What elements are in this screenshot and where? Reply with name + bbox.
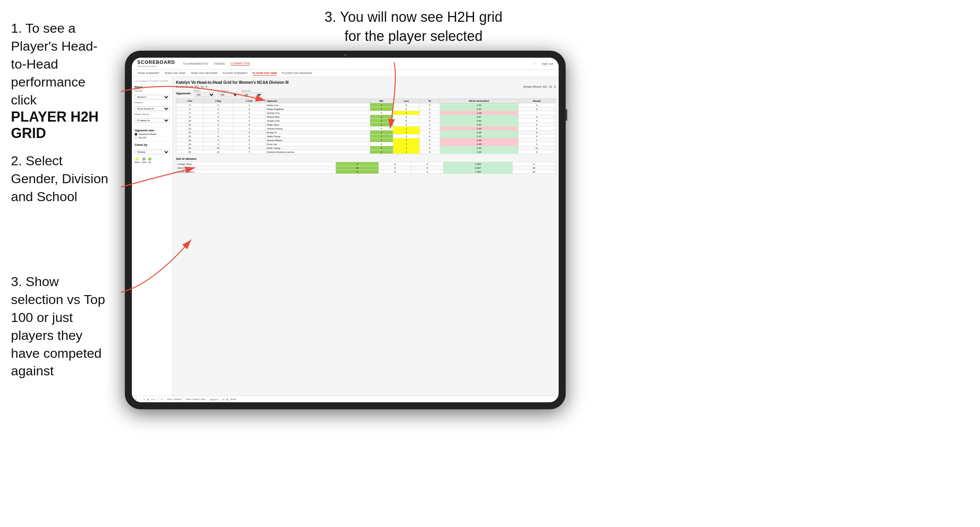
table-row: 3 1 1 Esther Lee 1 0 0 1.50 4 xyxy=(176,103,556,107)
toolbar-grid[interactable]: ⊞ xyxy=(147,398,149,401)
player-rank-select[interactable]: 8. Katelyn Vo xyxy=(135,118,170,123)
step1-text: 1. To see a Player's Head-to-Head perfor… xyxy=(11,21,98,107)
opponents-label: Opponents: xyxy=(176,92,191,95)
tablet-device: SCOREBOARD Powered by clippd TOURNAMENTS… xyxy=(125,51,566,409)
subnav-team-h2h-grid[interactable]: TEAM H2H GRID xyxy=(164,71,186,76)
grid-title: Katelyn Vo Head-to-Head Grid for Women's… xyxy=(176,80,556,85)
table-row: 14 7 4 Eunice Yi 2 2 0 0.38 9 xyxy=(176,131,556,134)
division-record: Division Record: 331 - 34 - 6 xyxy=(524,85,556,88)
table-row: 5 2 2 Alexis Sudjianto 1 0 0 4.00 3 xyxy=(176,107,556,111)
ood-table-row: NAIA Division 1 15 0 0 9.267 30 xyxy=(176,166,556,170)
table-row: 18 2 2 Euna Lee 0 1 0 -5.00 2 xyxy=(176,142,556,146)
colour-by-select[interactable]: Win/loss xyxy=(135,150,170,154)
division-select[interactable]: NCAA Division III xyxy=(135,106,170,111)
table-row: 6 3 3 Sydney Kuo 0 1 0 -1.00 xyxy=(176,111,556,115)
subnav-team-h2h-heatmap[interactable]: TEAM H2H HEATMAP xyxy=(190,71,218,76)
conference-filter[interactable]: (All) xyxy=(217,92,239,97)
watch-btn[interactable]: Watch ▾ xyxy=(209,398,218,401)
toolbar-undo[interactable]: ↩ xyxy=(135,398,137,401)
bottom-toolbar: ↩ ← ↪ ⊞ ↩↪ ◌ ⊙ View: Original Save Custo… xyxy=(132,396,559,402)
logo-text: SCOREBOARD xyxy=(137,60,175,65)
table-row: 15 8 5 Stella Cheng 1 0 0 1.25 4 xyxy=(176,134,556,138)
step3-right-text: 3. You will now see H2H grid for the pla… xyxy=(325,9,502,44)
out-of-division-table: Foreign Team 1 0 0 4.500 2 NAIA Division… xyxy=(176,162,556,174)
icon-dots: ⋮ xyxy=(533,62,536,65)
step1-instruction: 1. To see a Player's Head-to-Head perfor… xyxy=(11,19,110,141)
step2-text: 2. Select Gender, Division and School xyxy=(11,153,108,204)
table-row: 9 1 4 Sharon Mun 1 0 0 3.67 3 xyxy=(176,115,556,119)
toolbar-refresh[interactable]: ↩↪ xyxy=(151,398,155,401)
subnav-player-summary[interactable]: PLAYER SUMMARY xyxy=(223,71,248,76)
table-row: 16 1 3 Jessica Mason 1 2 0 -0.94 7 xyxy=(176,138,556,142)
toolbar-circle[interactable]: ◌ xyxy=(157,398,159,401)
nav-teams[interactable]: TEAMS xyxy=(214,62,225,65)
step3-right-instruction: 3. You will now see H2H grid for the pla… xyxy=(320,8,507,46)
table-row: 19 10 6 Emily Chang 4 1 0 0.30 11 xyxy=(176,146,556,150)
region-filter[interactable]: (All) xyxy=(194,92,215,97)
logo: SCOREBOARD Powered by clippd xyxy=(137,60,175,67)
toolbar-back[interactable]: ← xyxy=(139,398,141,400)
subnav-player-h2h-grid[interactable]: PLAYER H2H GRID xyxy=(252,71,277,76)
sub-nav: TEAM SUMMARY TEAM H2H GRID TEAM H2H HEAT… xyxy=(132,70,559,77)
player-section-title: Player xyxy=(135,86,170,88)
app-header: SCOREBOARD Powered by clippd TOURNAMENTS… xyxy=(132,58,559,70)
step3-left-text: 3. Show selection vs Top 100 or just pla… xyxy=(11,274,105,378)
nav-tournaments[interactable]: TOURNAMENTS xyxy=(183,62,208,65)
logo-subtext: Powered by clippd xyxy=(137,65,175,67)
legend: Down Level Up xyxy=(135,157,170,163)
gender-label: Gender xyxy=(135,90,170,92)
division-label: Division xyxy=(135,101,170,104)
opponent-option-played[interactable]: Opponents Played xyxy=(135,133,170,136)
overall-record: Overall Record: 353 - 34 - 6 xyxy=(176,85,207,88)
toolbar-redo[interactable]: ↪ xyxy=(143,398,145,401)
main-data-table: # Div # Reg # Conf Opponent Win Loss Tie… xyxy=(176,99,556,154)
conference-label: Conference xyxy=(217,90,239,92)
table-row: 10 6 3 Andrea York 2 0 0 4.00 4 xyxy=(176,119,556,123)
view-original-btn[interactable]: View: Original xyxy=(167,398,181,400)
gender-select[interactable]: Women's xyxy=(135,95,170,99)
table-row: 13 1 1 Jessica Huang 0 1 0 -3.00 2 xyxy=(176,127,556,131)
opponent-filter-label: Opponent xyxy=(241,90,263,92)
timestamp: Last Updated: 27/03/2024 16:55:38 xyxy=(135,80,170,83)
table-row: 11 2 5 Heejo Hyun 1 0 0 3.33 3 xyxy=(176,123,556,127)
opponent-filter[interactable]: (All) xyxy=(241,92,263,97)
sign-out-btn[interactable]: Sign out xyxy=(542,62,553,65)
nav-committee[interactable]: COMMITTEE xyxy=(231,62,250,65)
subnav-team-summary[interactable]: TEAM SUMMARY xyxy=(137,71,160,76)
tablet-screen: SCOREBOARD Powered by clippd TOURNAMENTS… xyxy=(132,58,559,402)
toolbar-clock[interactable]: ⊙ xyxy=(161,398,163,401)
left-panel: Last Updated: 27/03/2024 16:55:38 Player… xyxy=(132,77,173,396)
opponent-option-top100[interactable]: Top 100 xyxy=(135,136,170,139)
ood-table-row: Foreign Team 1 0 0 4.500 2 xyxy=(176,162,556,166)
step3-left-instruction: 3. Show selection vs Top 100 or just pla… xyxy=(11,273,110,380)
toolbar-icon1[interactable]: ⊡ xyxy=(222,398,224,401)
save-custom-view-btn[interactable]: Save Custom View xyxy=(186,398,206,400)
step2-instruction: 2. Select Gender, Division and School xyxy=(11,152,110,206)
share-btn[interactable]: Share xyxy=(230,398,236,400)
colour-by-title: Colour by xyxy=(135,143,170,146)
table-row: 20 11 7 Federica Domecq Lacroze 2 1 0 1.… xyxy=(176,150,556,154)
player-rank-label: Player (Rank) xyxy=(135,113,170,115)
toolbar-icon2[interactable]: ⊠ xyxy=(226,398,228,401)
right-panel: Katelyn Vo Head-to-Head Grid for Women's… xyxy=(173,77,559,396)
subnav-player-h2h-heatmap[interactable]: PLAYER H2H HEATMAP xyxy=(282,71,312,76)
ood-table-row: NCAA Division 2 5 0 0 7.400 10 xyxy=(176,170,556,174)
region-label: Region xyxy=(194,90,215,92)
out-of-division-label: Out of division xyxy=(176,157,556,161)
opponent-view-title: Opponent view xyxy=(135,129,170,132)
step1-bold: PLAYER H2H GRID xyxy=(11,109,99,141)
